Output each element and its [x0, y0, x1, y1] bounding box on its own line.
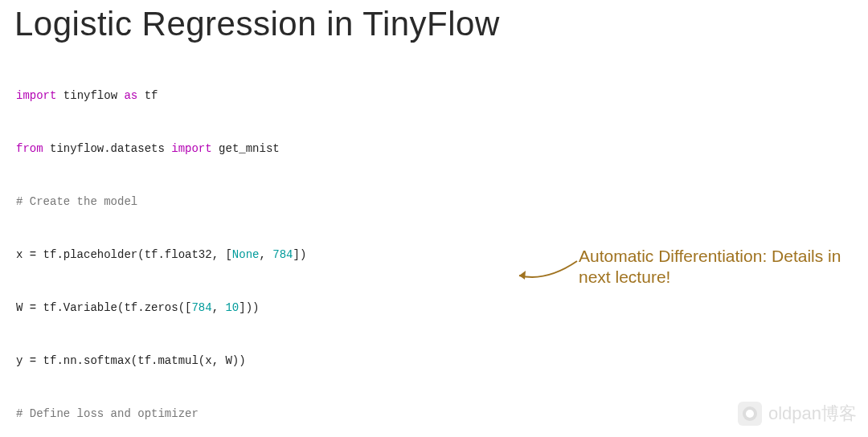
svg-point-1: [746, 410, 754, 418]
code-line-7: # Define loss and optimizer: [14, 405, 854, 423]
kw-import: import: [16, 89, 56, 102]
slide-title: Logistic Regression in TinyFlow: [14, 5, 854, 43]
watermark: oldpan博客: [738, 402, 857, 426]
slide: Logistic Regression in TinyFlow import t…: [0, 0, 868, 437]
code-line-5: W = tf.Variable(tf.zeros([784, 10])): [14, 299, 854, 317]
code-line-6: y = tf.nn.softmax(tf.matmul(x, W)): [14, 352, 854, 370]
kw-as: as: [124, 89, 137, 102]
code-line-2: from tinyflow.datasets import get_mnist: [14, 140, 854, 157]
code-block: import tinyflow as tf from tinyflow.data…: [14, 51, 854, 437]
watermark-text: oldpan博客: [768, 402, 857, 426]
annotation-text: Automatic Differentiation: Details in ne…: [579, 246, 852, 288]
watermark-icon: [738, 402, 762, 426]
code-line-1: import tinyflow as tf: [14, 87, 854, 104]
kw-from: from: [16, 142, 43, 155]
code-line-3: # Create the model: [14, 193, 854, 210]
kw-import-2: import: [171, 142, 211, 155]
